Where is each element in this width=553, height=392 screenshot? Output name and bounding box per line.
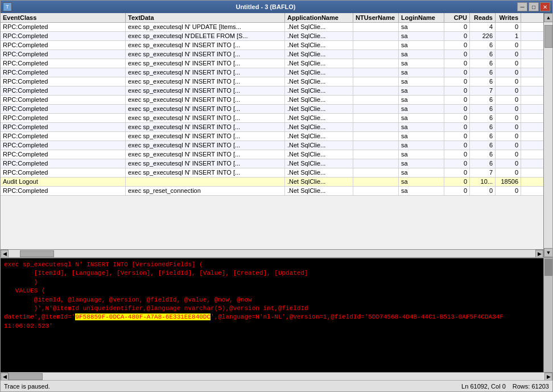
table-cell: 0: [496, 23, 521, 31]
table-cell: exec sp_executesql N' INSERT INTO [...: [126, 168, 285, 177]
table-cell: [353, 68, 399, 77]
table-cell: 1: [496, 32, 521, 40]
detail-scroll-thumb[interactable]: [544, 259, 552, 276]
table-row[interactable]: RPC:Completedexec sp_executesql N' INSER…: [1, 132, 543, 141]
table-cell: sa: [399, 132, 444, 141]
table-row[interactable]: RPC:Completedexec sp_executesql N' INSER…: [1, 105, 543, 114]
table-row[interactable]: RPC:Completedexec sp_executesql N' INSER…: [1, 59, 543, 68]
table-cell: [353, 96, 399, 104]
detail-vscroll[interactable]: [543, 258, 552, 372]
table-row[interactable]: Audit Logout.Net SqlClie...sa010...18506: [1, 178, 543, 187]
table-cell: 0: [444, 141, 470, 150]
detail-text: exec sp_executesql N' INSERT INTO [Versi…: [4, 261, 549, 331]
table-row[interactable]: RPC:Completedexec sp_reset_connection.Ne…: [1, 187, 543, 196]
status-rows: Rows: 61203: [513, 383, 549, 390]
table-cell: .Net SqlClie...: [285, 68, 353, 77]
detail-hscroll-thumb[interactable]: [9, 373, 43, 380]
table-row[interactable]: RPC:Completedexec sp_executesql N' INSER…: [1, 123, 543, 132]
table-cell: exec sp_executesql N' INSERT INTO [...: [126, 141, 285, 150]
table-cell: sa: [399, 96, 444, 104]
table-cell: RPC:Completed: [1, 32, 126, 40]
minimize-button[interactable]: ─: [517, 2, 527, 11]
table-cell: exec sp_executesql N' INSERT INTO [...: [126, 86, 285, 95]
table-row[interactable]: RPC:Completedexec sp_executesql N' INSER…: [1, 159, 543, 168]
detail-hscroll-track[interactable]: [9, 373, 544, 381]
table-cell: exec sp_executesql N' INSERT INTO [...: [126, 150, 285, 159]
vscroll-down-btn[interactable]: ▼: [544, 248, 552, 257]
detail-panel[interactable]: exec sp_executesql N' INSERT INTO [Versi…: [1, 258, 552, 372]
table-cell: 0: [444, 168, 470, 177]
table-cell: 0: [496, 150, 521, 159]
detail-line5: @itemId, @language, @version, @fieldId, …: [4, 296, 252, 303]
table-cell: exec sp_executesql N' INSERT INTO [...: [126, 114, 285, 122]
table-cell: sa: [399, 168, 444, 177]
detail-hscroll-right-btn[interactable]: ▶: [544, 373, 552, 381]
table-row[interactable]: RPC:Completedexec sp_executesql N' INSER…: [1, 77, 543, 86]
main-content: EventClass TextData ApplicationName NTUs…: [1, 13, 552, 391]
table-cell: RPC:Completed: [1, 132, 126, 141]
table-cell: .Net SqlClie...: [285, 86, 353, 95]
table-row[interactable]: RPC:Completedexec sp_executesql N'DELETE…: [1, 32, 543, 41]
table-cell: exec sp_executesql N' INSERT INTO [...: [126, 123, 285, 131]
table-cell: .Net SqlClie...: [285, 168, 353, 177]
table-cell: 6: [470, 68, 496, 77]
table-cell: .Net SqlClie...: [285, 187, 353, 195]
table-cell: [353, 32, 399, 40]
window-title: Untitled - 3 (BAFLO): [14, 3, 517, 10]
col-header-writes: Writes: [496, 13, 521, 22]
hscroll-track[interactable]: [9, 250, 535, 258]
table-cell: 6: [470, 41, 496, 49]
vscroll-thumb[interactable]: [544, 25, 552, 48]
close-button[interactable]: ✕: [540, 2, 550, 11]
table-cell: 226: [470, 32, 496, 40]
detail-hscroll-left-btn[interactable]: ◀: [1, 373, 9, 381]
hscroll-left-btn[interactable]: ◀: [1, 250, 9, 258]
col-header-ntusername: NTUserName: [353, 13, 399, 22]
table-cell: exec sp_executesql N' INSERT INTO [...: [126, 132, 285, 141]
vscroll-track[interactable]: [544, 22, 552, 248]
table-row[interactable]: RPC:Completedexec sp_executesql N' INSER…: [1, 141, 543, 150]
table-cell: RPC:Completed: [1, 50, 126, 59]
table-row[interactable]: RPC:Completedexec sp_executesql N' UPDAT…: [1, 23, 543, 32]
table-row[interactable]: RPC:Completedexec sp_executesql N' INSER…: [1, 41, 543, 50]
col-header-eventclass: EventClass: [1, 13, 126, 22]
table-cell: 0: [444, 187, 470, 195]
table-cell: 0: [496, 123, 521, 131]
table-row[interactable]: RPC:Completedexec sp_executesql N' INSER…: [1, 50, 543, 59]
table-row[interactable]: RPC:Completedexec sp_executesql N' INSER…: [1, 150, 543, 159]
table-cell: RPC:Completed: [1, 77, 126, 86]
table-row[interactable]: RPC:Completedexec sp_executesql N' INSER…: [1, 86, 543, 96]
table-cell: .Net SqlClie...: [285, 41, 353, 49]
table-cell: 0: [496, 68, 521, 77]
table-row[interactable]: RPC:Completedexec sp_executesql N' INSER…: [1, 68, 543, 77]
maximize-button[interactable]: □: [529, 2, 539, 11]
hscroll-right-btn[interactable]: ▶: [535, 250, 543, 258]
table-cell: RPC:Completed: [1, 68, 126, 77]
table-cell: 0: [444, 178, 470, 186]
table-cell: .Net SqlClie...: [285, 59, 353, 68]
table-row[interactable]: RPC:Completedexec sp_executesql N' INSER…: [1, 114, 543, 123]
status-line-col: Ln 61092, Col 0: [461, 383, 506, 390]
table-cell: exec sp_executesql N' INSERT INTO [...: [126, 159, 285, 168]
table-cell: RPC:Completed: [1, 105, 126, 113]
table-cell: .Net SqlClie...: [285, 150, 353, 159]
table-hscroll[interactable]: ◀ ▶: [1, 249, 543, 257]
detail-line2: [ItemId], [Language], [Version], [FieldI…: [4, 270, 308, 277]
table-cell: [353, 41, 399, 49]
table-vscroll[interactable]: ▲ ▼: [543, 13, 552, 257]
table-cell: [126, 178, 285, 186]
vscroll-up-btn[interactable]: ▲: [544, 13, 552, 22]
table-body[interactable]: RPC:Completedexec sp_executesql N' UPDAT…: [1, 23, 543, 249]
table-row[interactable]: RPC:Completedexec sp_executesql N' INSER…: [1, 96, 543, 105]
table-cell: Audit Logout: [1, 178, 126, 186]
table-cell: .Net SqlClie...: [285, 96, 353, 104]
table-cell: [353, 159, 399, 168]
detail-hscroll[interactable]: ◀ ▶: [1, 372, 552, 380]
table-row[interactable]: RPC:Completedexec sp_executesql N' INSER…: [1, 168, 543, 178]
table-cell: 6: [470, 132, 496, 141]
table-cell: RPC:Completed: [1, 23, 126, 31]
hscroll-thumb[interactable]: [20, 250, 54, 257]
table-cell: [353, 50, 399, 59]
table-cell: sa: [399, 77, 444, 86]
table-cell: sa: [399, 50, 444, 59]
